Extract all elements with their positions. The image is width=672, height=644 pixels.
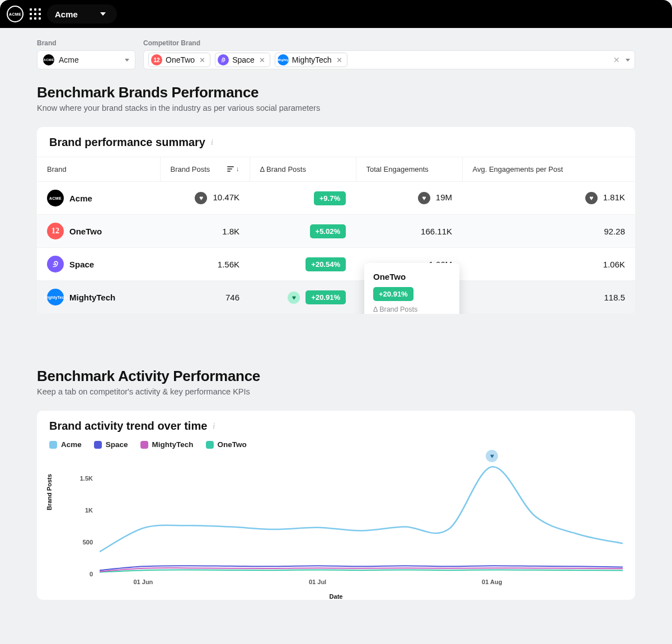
col-header-engagements[interactable]: Total Engagements bbox=[356, 157, 462, 182]
legend-swatch-icon bbox=[94, 441, 102, 449]
col-header-posts-label: Brand Posts bbox=[171, 165, 210, 173]
legend-label: Space bbox=[106, 440, 128, 449]
legend-item[interactable]: OneTwo bbox=[206, 440, 247, 449]
topbar: ACME Acme bbox=[0, 0, 672, 28]
cell-posts: 10.47K bbox=[213, 192, 239, 202]
brand-filter-label: Brand bbox=[37, 39, 135, 47]
brand-avatar-icon: ACME bbox=[47, 190, 64, 206]
x-axis-label: Date bbox=[330, 593, 343, 600]
brand-select-value: Acme bbox=[59, 55, 79, 64]
remove-tag-icon[interactable]: ✕ bbox=[335, 56, 344, 64]
y-tick-label: 1K bbox=[59, 507, 93, 514]
cell-delta-badge: +20.91% bbox=[306, 290, 346, 304]
table-row[interactable]: ୬Space 1.56K +20.54% 1.66M 1.06K bbox=[37, 248, 635, 281]
competitor-tag-label: Space bbox=[232, 55, 255, 64]
x-tick-label: 01 Aug bbox=[482, 579, 502, 585]
card-title: Brand activity trend over time bbox=[49, 420, 207, 433]
chevron-down-icon bbox=[626, 59, 630, 62]
competitor-tag-label: OneTwo bbox=[166, 55, 195, 64]
competitor-tag[interactable]: 12 OneTwo ✕ bbox=[148, 53, 210, 67]
workspace-switcher[interactable]: Acme bbox=[47, 4, 117, 23]
brand-name-cell: Acme bbox=[69, 194, 92, 203]
y-axis-label: Brand Posts bbox=[46, 474, 53, 510]
legend-label: Acme bbox=[61, 440, 82, 449]
brand-name-cell: OneTwo bbox=[69, 227, 102, 236]
competitor-multiselect[interactable]: 12 OneTwo ✕୬ Space ✕Mighty MightyTech ✕ … bbox=[143, 50, 635, 69]
app-logo-icon: ACME bbox=[7, 6, 24, 22]
chart-series-line[interactable] bbox=[100, 570, 623, 572]
remove-tag-icon[interactable]: ✕ bbox=[198, 56, 206, 64]
info-icon[interactable]: i bbox=[211, 138, 213, 147]
brand-name-cell: Space bbox=[69, 260, 94, 269]
chart-series-line[interactable] bbox=[100, 467, 623, 552]
brand-avatar-icon: ୬ bbox=[47, 256, 64, 272]
insight-bulb-icon[interactable]: ♥ bbox=[288, 292, 300, 304]
activity-trend-card: Brand activity trend over time i AcmeSpa… bbox=[37, 411, 635, 600]
legend-swatch-icon bbox=[206, 441, 214, 449]
insight-bulb-icon[interactable]: ♥ bbox=[486, 450, 498, 462]
cell-delta-badge: +5.02% bbox=[310, 224, 346, 238]
legend-swatch-icon bbox=[140, 441, 148, 449]
competitor-tag[interactable]: Mighty MightyTech ✕ bbox=[275, 53, 347, 67]
legend-item[interactable]: MightyTech bbox=[140, 440, 194, 449]
competitor-tag[interactable]: ୬ Space ✕ bbox=[215, 53, 270, 67]
cell-engagements: 166.11K bbox=[421, 227, 452, 236]
legend-swatch-icon bbox=[49, 441, 57, 449]
cell-delta-badge: +9.7% bbox=[314, 191, 346, 205]
y-tick-label: 0 bbox=[59, 571, 93, 577]
tooltip-title: OneTwo bbox=[373, 272, 450, 281]
competitor-filter-label: Competitor Brand bbox=[143, 39, 635, 47]
cell-avg-engagements: 1.81K bbox=[603, 192, 625, 202]
x-tick-label: 01 Jul bbox=[309, 579, 326, 585]
cell-engagements: 19M bbox=[436, 192, 452, 202]
brand-avatar-icon: ACME bbox=[43, 54, 54, 65]
cell-avg-engagements: 1.06K bbox=[603, 260, 625, 269]
chart-legend: AcmeSpaceMightyTechOneTwo bbox=[37, 440, 635, 454]
legend-item[interactable]: Acme bbox=[49, 440, 82, 449]
info-icon[interactable]: i bbox=[213, 422, 215, 431]
table-row[interactable]: ACMEAcme ♥10.47K +9.7% ♥19M ♥1.81K bbox=[37, 182, 635, 215]
tooltip-delta-badge: +20.91% bbox=[373, 287, 413, 301]
cell-posts: 1.56K bbox=[218, 260, 239, 269]
insight-bulb-icon[interactable]: ♥ bbox=[418, 192, 430, 204]
cell-posts: 746 bbox=[225, 293, 239, 302]
brand-name-cell: MightyTech bbox=[69, 293, 115, 302]
legend-item[interactable]: Space bbox=[94, 440, 128, 449]
brand-summary-table: Brand Brand Posts ↓ Δ Brand Posts Total … bbox=[37, 157, 635, 314]
x-tick-label: 01 Jun bbox=[133, 579, 153, 585]
brand-summary-card: Brand performance summary i Brand Brand … bbox=[37, 127, 635, 314]
section-title: Benchmark Brands Performance bbox=[37, 84, 635, 101]
cell-delta-badge: +20.54% bbox=[306, 257, 346, 271]
competitor-tag-label: MightyTech bbox=[292, 55, 332, 64]
insight-bulb-icon[interactable]: ♥ bbox=[585, 192, 598, 204]
sort-icon[interactable]: ↓ bbox=[227, 165, 239, 173]
section-subtitle: Know where your brand stacks in the indu… bbox=[37, 104, 635, 112]
legend-label: MightyTech bbox=[152, 440, 194, 449]
brand-select[interactable]: ACME Acme bbox=[37, 50, 135, 69]
col-header-delta[interactable]: Δ Brand Posts bbox=[250, 157, 356, 182]
legend-label: OneTwo bbox=[218, 440, 247, 449]
clear-all-icon[interactable]: ✕ bbox=[613, 55, 620, 64]
brand-avatar-icon: 12 bbox=[151, 54, 162, 65]
col-header-brand[interactable]: Brand bbox=[37, 157, 160, 182]
chevron-down-icon bbox=[100, 12, 106, 16]
brand-avatar-icon: ୬ bbox=[218, 54, 229, 65]
section-subtitle: Keep a tab on competitor's activity & ke… bbox=[37, 387, 635, 396]
col-header-avg-engagements[interactable]: Avg. Engagements per Post bbox=[462, 157, 635, 182]
y-tick-label: 500 bbox=[59, 539, 93, 546]
table-row[interactable]: MightyTechMightyTech 746 ♥+20.91% 118.5 bbox=[37, 281, 635, 314]
table-row[interactable]: 12OneTwo 1.8K +5.02% 166.11K 92.28 bbox=[37, 215, 635, 248]
line-chart[interactable]: Brand Posts 05001K1.5K ♥ 01 Jun01 Jul01 … bbox=[49, 454, 623, 600]
chevron-down-icon bbox=[125, 59, 129, 62]
insight-bulb-icon[interactable]: ♥ bbox=[195, 192, 207, 204]
brand-avatar-icon: Mighty bbox=[278, 54, 289, 65]
delta-tooltip: OneTwo +20.91% Δ Brand Posts bbox=[364, 263, 459, 314]
col-header-posts[interactable]: Brand Posts ↓ bbox=[160, 157, 250, 182]
cell-posts: 1.8K bbox=[222, 227, 239, 236]
y-tick-label: 1.5K bbox=[59, 475, 93, 482]
tooltip-subtitle: Δ Brand Posts bbox=[373, 305, 450, 313]
card-title: Brand performance summary bbox=[49, 136, 205, 149]
filters-row: Brand ACME Acme Competitor Brand 12 OneT… bbox=[37, 39, 635, 69]
remove-tag-icon[interactable]: ✕ bbox=[258, 56, 266, 64]
app-grid-icon[interactable] bbox=[28, 7, 43, 21]
